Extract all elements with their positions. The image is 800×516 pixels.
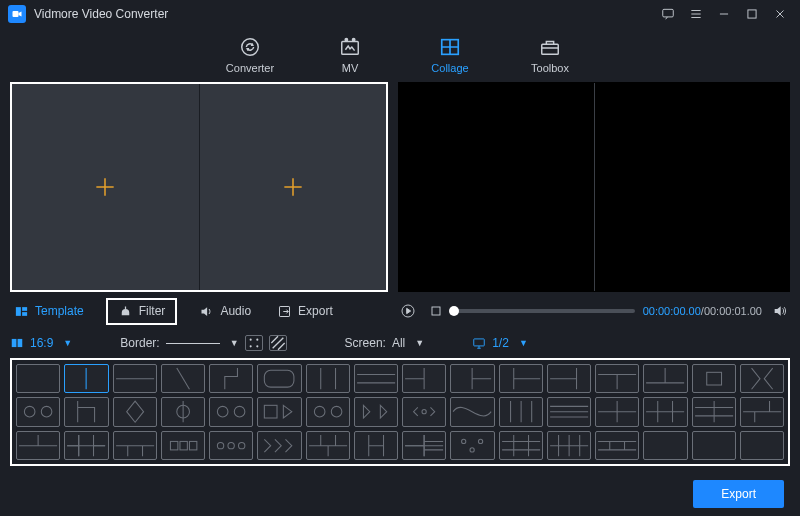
collage-dropzone-1[interactable] xyxy=(12,84,200,290)
template-thumb[interactable] xyxy=(64,397,108,426)
template-thumb[interactable] xyxy=(64,364,108,393)
template-thumb[interactable] xyxy=(740,364,784,393)
template-thumb[interactable] xyxy=(161,364,205,393)
volume-icon[interactable] xyxy=(770,301,790,321)
template-thumb[interactable] xyxy=(643,431,687,460)
svg-point-20 xyxy=(249,345,251,347)
menu-icon[interactable] xyxy=(682,2,710,26)
template-thumb[interactable] xyxy=(257,364,301,393)
page-selector[interactable]: 1/2 ▼ xyxy=(472,336,528,350)
monitor-icon xyxy=(472,336,486,350)
tab-converter[interactable]: Converter xyxy=(220,36,280,74)
tab-audio[interactable]: Audio xyxy=(195,302,255,321)
template-thumb[interactable] xyxy=(306,364,350,393)
feedback-icon[interactable] xyxy=(654,2,682,26)
template-thumb[interactable] xyxy=(209,397,253,426)
template-thumb[interactable] xyxy=(402,397,446,426)
seek-knob[interactable] xyxy=(449,306,459,316)
screen-selector[interactable]: Screen: All ▼ xyxy=(345,336,425,350)
template-thumb[interactable] xyxy=(595,431,639,460)
seek-bar[interactable] xyxy=(454,309,635,313)
screen-label: Screen: xyxy=(345,336,386,350)
tab-export[interactable]: Export xyxy=(273,302,337,321)
svg-rect-1 xyxy=(663,9,674,17)
template-thumb[interactable] xyxy=(16,397,60,426)
template-thumb[interactable] xyxy=(595,364,639,393)
tab-label: Template xyxy=(35,304,84,318)
time-current: 00:00:00.00 xyxy=(643,305,701,317)
stop-button[interactable] xyxy=(426,301,446,321)
template-thumb[interactable] xyxy=(402,364,446,393)
template-thumb[interactable] xyxy=(643,397,687,426)
template-thumb[interactable] xyxy=(740,431,784,460)
template-thumb[interactable] xyxy=(547,397,591,426)
tab-toolbox[interactable]: Toolbox xyxy=(520,36,580,74)
tab-mv[interactable]: MV xyxy=(320,36,380,74)
template-thumb[interactable] xyxy=(499,397,543,426)
template-thumb[interactable] xyxy=(692,364,736,393)
template-thumb[interactable] xyxy=(740,397,784,426)
play-button[interactable] xyxy=(398,301,418,321)
template-thumb[interactable] xyxy=(499,364,543,393)
minimize-icon[interactable] xyxy=(710,2,738,26)
transport: 00:00:00.00/00:00:01.00 xyxy=(398,301,790,321)
border-style-dots[interactable] xyxy=(245,335,263,351)
tab-collage[interactable]: Collage xyxy=(420,36,480,74)
svg-rect-15 xyxy=(432,307,440,315)
tab-filter[interactable]: Filter xyxy=(106,298,178,325)
preview-cell-1 xyxy=(399,83,595,291)
collage-icon xyxy=(439,36,461,58)
template-thumb[interactable] xyxy=(16,364,60,393)
template-thumb[interactable] xyxy=(161,431,205,460)
template-thumb[interactable] xyxy=(16,431,60,460)
border-style-hatch[interactable] xyxy=(269,335,287,351)
template-thumb[interactable] xyxy=(692,397,736,426)
svg-rect-16 xyxy=(12,339,17,347)
mode-tabs: Template Filter Audio Export xyxy=(10,298,388,325)
maximize-icon[interactable] xyxy=(738,2,766,26)
svg-point-40 xyxy=(462,439,466,443)
page-value: 1/2 xyxy=(492,336,509,350)
template-thumb[interactable] xyxy=(257,431,301,460)
collage-dropzone-2[interactable] xyxy=(200,84,387,290)
template-thumb[interactable] xyxy=(547,364,591,393)
svg-point-29 xyxy=(234,407,245,418)
template-thumb[interactable] xyxy=(113,431,157,460)
template-thumb[interactable] xyxy=(113,397,157,426)
template-thumb[interactable] xyxy=(450,431,494,460)
template-thumb[interactable] xyxy=(161,397,205,426)
template-thumb[interactable] xyxy=(354,364,398,393)
tab-template[interactable]: Template xyxy=(10,302,88,321)
template-thumb[interactable] xyxy=(595,397,639,426)
svg-rect-0 xyxy=(13,11,19,17)
chevron-down-icon: ▼ xyxy=(59,338,72,348)
template-thumb[interactable] xyxy=(499,431,543,460)
aspect-selector[interactable]: 16:9 ▼ xyxy=(10,336,72,350)
template-thumb[interactable] xyxy=(643,364,687,393)
template-thumb[interactable] xyxy=(354,397,398,426)
svg-rect-11 xyxy=(22,312,27,316)
tab-label: Toolbox xyxy=(531,62,569,74)
template-thumb[interactable] xyxy=(692,431,736,460)
template-thumb[interactable] xyxy=(354,431,398,460)
template-thumb[interactable] xyxy=(450,397,494,426)
template-thumb[interactable] xyxy=(257,397,301,426)
template-grid-wrap xyxy=(10,358,790,466)
export-button[interactable]: Export xyxy=(693,480,784,508)
template-thumb[interactable] xyxy=(450,364,494,393)
template-thumb[interactable] xyxy=(306,397,350,426)
tab-label: Filter xyxy=(139,304,166,318)
template-thumb[interactable] xyxy=(64,431,108,460)
svg-point-21 xyxy=(256,345,258,347)
border-selector[interactable]: Border: ▼ xyxy=(120,335,286,351)
template-thumb[interactable] xyxy=(402,431,446,460)
preview-pane xyxy=(398,82,790,292)
template-thumb[interactable] xyxy=(209,364,253,393)
template-thumb[interactable] xyxy=(113,364,157,393)
close-icon[interactable] xyxy=(766,2,794,26)
tab-label: Converter xyxy=(226,62,274,74)
svg-point-32 xyxy=(331,407,342,418)
template-thumb[interactable] xyxy=(547,431,591,460)
template-thumb[interactable] xyxy=(306,431,350,460)
template-thumb[interactable] xyxy=(209,431,253,460)
